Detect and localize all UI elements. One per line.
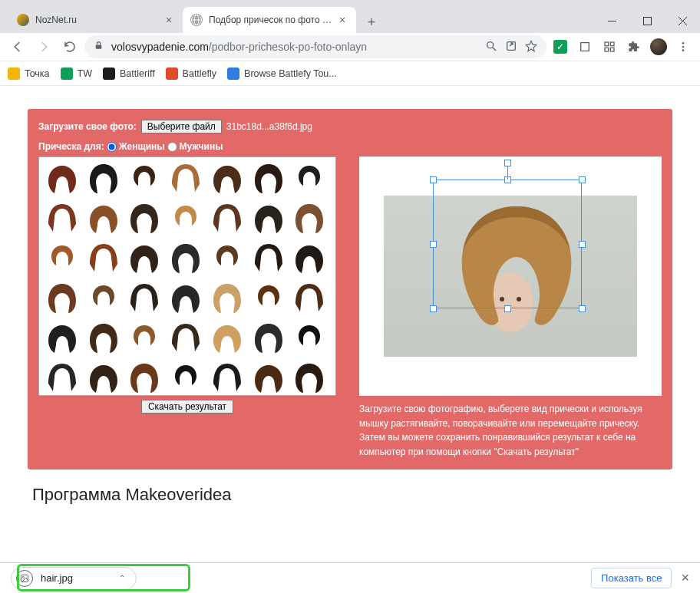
hairstyle-thumb[interactable]	[209, 239, 246, 277]
star-icon[interactable]	[525, 40, 537, 54]
hairstyle-thumb[interactable]	[44, 159, 81, 197]
hairstyle-thumb[interactable]	[291, 239, 328, 277]
extension-adblock-icon[interactable]: ✓	[550, 36, 571, 58]
hairstyle-thumb[interactable]	[250, 358, 287, 396]
browser-tab[interactable]: NozNet.ru ×	[9, 7, 183, 33]
download-chip[interactable]: hair.jpg ⌃	[11, 567, 137, 590]
hairstyle-thumb[interactable]	[126, 278, 163, 317]
resize-handle[interactable]	[430, 176, 437, 183]
bookmark-icon	[61, 68, 73, 80]
resize-handle[interactable]	[579, 241, 586, 248]
hairstyle-thumb[interactable]	[167, 159, 204, 197]
hairstyle-thumb[interactable]	[126, 199, 163, 237]
hairstyle-thumb[interactable]	[250, 159, 287, 197]
maximize-button[interactable]	[629, 8, 665, 33]
address-bar[interactable]: volosvypadenie.com/podbor-prichesok-po-f…	[84, 35, 546, 58]
hairstyle-thumb[interactable]	[85, 239, 122, 277]
gender-row: Прическа для: Женщины Мужчины	[38, 141, 662, 152]
hairstyle-thumb[interactable]	[167, 239, 204, 277]
hairstyle-thumb[interactable]	[44, 278, 81, 317]
bookmark-label: TW	[78, 68, 92, 79]
hairstyle-thumb[interactable]	[85, 278, 122, 317]
hairstyle-thumb[interactable]	[291, 159, 328, 197]
hairstyle-thumb[interactable]	[167, 199, 204, 237]
extensions-puzzle-icon[interactable]	[623, 36, 645, 58]
section-heading: Программа Makeoveridea	[32, 485, 668, 505]
share-icon[interactable]	[505, 40, 517, 54]
hairstyle-thumb[interactable]	[126, 358, 163, 396]
resize-handle[interactable]	[579, 176, 586, 183]
svg-rect-4	[643, 17, 651, 25]
bookmark-item[interactable]: Battlefly	[166, 68, 216, 80]
hairstyle-thumb[interactable]	[44, 239, 81, 277]
tab-title: Подбор причесок по фото онла	[209, 15, 336, 25]
reload-button[interactable]	[58, 35, 81, 58]
resize-handle[interactable]	[504, 305, 511, 312]
downloads-bar: hair.jpg ⌃ Показать все ×	[0, 562, 700, 593]
profile-avatar[interactable]	[648, 36, 669, 58]
gender-radio-men[interactable]	[167, 142, 177, 152]
hairstyle-thumb[interactable]	[126, 239, 163, 277]
hairstyle-thumb[interactable]	[167, 278, 204, 317]
hairstyle-thumb[interactable]	[44, 358, 81, 396]
show-all-downloads-button[interactable]: Показать все	[591, 568, 672, 588]
hairstyle-thumb[interactable]	[85, 199, 122, 237]
hairstyle-thumb[interactable]	[291, 278, 328, 317]
bookmark-item[interactable]: Battleriff	[103, 68, 155, 80]
hairstyle-thumb[interactable]	[291, 199, 328, 237]
close-downloads-bar-icon[interactable]: ×	[681, 570, 689, 586]
hairstyle-thumb[interactable]	[167, 318, 204, 357]
close-icon[interactable]: ×	[163, 14, 175, 26]
browser-tab-active[interactable]: Подбор причесок по фото онла ×	[183, 7, 356, 33]
extension-icon[interactable]	[599, 36, 620, 58]
hairstyle-thumb[interactable]	[250, 278, 287, 317]
svg-point-17	[682, 49, 685, 51]
choose-file-button[interactable]: Выберите файл	[141, 120, 222, 133]
hairstyle-thumb[interactable]	[167, 358, 204, 396]
chevron-up-icon[interactable]: ⌃	[119, 574, 125, 582]
download-result-button[interactable]: Скачать результат	[141, 400, 233, 413]
gender-radio-women[interactable]	[107, 142, 117, 152]
hairstyle-thumb[interactable]	[209, 159, 246, 197]
back-button[interactable]	[6, 35, 29, 58]
gender-label: Прическа для:	[38, 141, 104, 152]
resize-handle[interactable]	[430, 305, 437, 312]
forward-button[interactable]	[32, 35, 55, 58]
hairstyle-thumbnails-pane[interactable]	[38, 156, 336, 396]
hairstyle-thumb[interactable]	[291, 318, 328, 357]
hairstyle-thumb[interactable]	[209, 358, 246, 396]
hairstyle-thumb[interactable]	[250, 199, 287, 237]
hairstyle-thumb[interactable]	[250, 318, 287, 357]
svg-line-9	[493, 48, 496, 51]
hairstyle-thumb[interactable]	[126, 159, 163, 197]
hairstyle-thumb[interactable]	[291, 358, 328, 396]
selection-box[interactable]	[433, 180, 582, 308]
bookmark-item[interactable]: Точка	[8, 68, 50, 80]
hairstyle-thumb[interactable]	[126, 318, 163, 357]
hairstyle-thumb[interactable]	[209, 199, 246, 237]
new-tab-button[interactable]: +	[361, 12, 382, 33]
hairstyle-thumb[interactable]	[85, 318, 122, 357]
bookmark-item[interactable]: Browse Battlefy Tou...	[227, 68, 337, 80]
hairstyle-thumb[interactable]	[44, 199, 81, 237]
minimize-button[interactable]	[594, 8, 629, 33]
resize-handle[interactable]	[579, 305, 586, 312]
rotate-handle[interactable]	[504, 160, 511, 166]
hairstyle-thumb[interactable]	[85, 159, 122, 197]
extension-icon[interactable]	[574, 36, 596, 58]
bookmark-item[interactable]: TW	[61, 68, 92, 80]
close-window-button[interactable]	[665, 8, 700, 33]
hairstyle-thumb[interactable]	[209, 278, 246, 317]
upload-label: Загрузите свое фото:	[38, 121, 137, 132]
hairstyle-thumb[interactable]	[250, 239, 287, 277]
menu-icon[interactable]	[672, 36, 694, 58]
hairstyle-thumb[interactable]	[209, 318, 246, 357]
hairstyle-thumb[interactable]	[85, 358, 122, 396]
preview-pane[interactable]	[359, 156, 662, 396]
gender-option-women: Женщины	[119, 141, 165, 152]
resize-handle[interactable]	[430, 241, 437, 248]
svg-rect-12	[610, 42, 614, 46]
close-icon[interactable]: ×	[336, 14, 348, 26]
search-icon[interactable]	[485, 40, 497, 54]
hairstyle-thumb[interactable]	[44, 318, 81, 357]
